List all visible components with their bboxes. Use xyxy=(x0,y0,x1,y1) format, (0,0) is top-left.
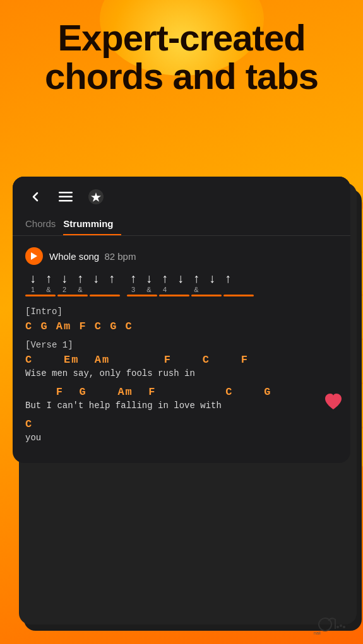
arrow-7 xyxy=(120,271,125,286)
beat-bar xyxy=(223,295,254,296)
verse1-label: [Verse 1] xyxy=(25,340,338,350)
play-button[interactable] xyxy=(25,247,43,265)
arrow-2: ↑ xyxy=(41,271,56,286)
arrow-5: ↓ xyxy=(88,271,104,286)
arrow-14: ↑ xyxy=(220,271,235,286)
arrow-8: ↑ xyxy=(126,271,141,286)
verse1-lyric-2: But I can't help falling in love with xyxy=(25,401,338,411)
verse1-chords-2: F G Am F C G xyxy=(25,386,338,398)
bpm-label: Whole song 82 bpm xyxy=(49,251,136,262)
beat-and-5 xyxy=(173,286,188,293)
verse1-lyric-3: you xyxy=(25,433,338,443)
beat-and-3 xyxy=(104,286,119,293)
beat-3 xyxy=(88,286,104,293)
hero-title: Expert-created chords and tabs xyxy=(13,19,350,96)
intro-chords: C G Am F C G C xyxy=(25,320,338,332)
favorite-button[interactable] xyxy=(86,187,106,207)
tab-strumming[interactable]: Strumming xyxy=(63,213,121,235)
beat-bar xyxy=(90,295,120,296)
verse1-chords-3: C xyxy=(25,418,338,430)
arrow-4: ↑ xyxy=(73,271,88,286)
beat-sp xyxy=(120,286,125,293)
heart-icon[interactable] xyxy=(323,391,344,415)
bottom-logo: nail xyxy=(312,613,350,638)
top-bar xyxy=(13,177,350,213)
menu-button[interactable] xyxy=(56,187,76,207)
svg-point-11 xyxy=(343,626,345,628)
svg-rect-5 xyxy=(59,200,73,202)
svg-point-9 xyxy=(336,626,339,628)
svg-rect-4 xyxy=(59,196,73,198)
arrow-9: ↓ xyxy=(141,271,157,286)
beat-bar xyxy=(57,295,88,296)
beat-and-6 xyxy=(205,286,220,293)
bpm-row: Whole song 82 bpm xyxy=(13,243,350,271)
beat-5: 4 xyxy=(157,286,172,293)
hero-section: Expert-created chords and tabs xyxy=(0,19,363,96)
beat-and-4: & xyxy=(141,286,157,293)
intro-label: [Intro] xyxy=(25,307,338,317)
arrow-13: ↓ xyxy=(205,271,220,286)
card-stack: Chords Strumming Whole song 82 bpm ↓ xyxy=(13,177,350,463)
beat-7 xyxy=(220,286,235,293)
arrow-1: ↓ xyxy=(25,271,40,286)
verse1-lyric-1: Wise men say, only fools rush in xyxy=(25,368,338,378)
beat-and-1: & xyxy=(41,286,56,293)
intro-section: [Intro] C G Am F C G C xyxy=(25,307,338,332)
arrow-10: ↑ xyxy=(157,271,172,286)
arrow-3: ↓ xyxy=(57,271,72,286)
main-card: Chords Strumming Whole song 82 bpm ↓ xyxy=(13,177,350,463)
arrow-11: ↓ xyxy=(173,271,188,286)
svg-rect-3 xyxy=(59,192,73,194)
tab-chords[interactable]: Chords xyxy=(25,213,63,235)
arrow-12: ↑ xyxy=(189,271,204,286)
verse1-chords-1: C Em Am F C F xyxy=(25,354,338,366)
verse1-section: [Verse 1] C Em Am F C F Wise men say, on… xyxy=(25,340,338,443)
beat-4: 3 xyxy=(126,286,141,293)
svg-marker-7 xyxy=(31,252,37,260)
beat-bar xyxy=(25,295,56,296)
beat-2: 2 xyxy=(57,286,72,293)
svg-text:nail: nail xyxy=(314,631,321,635)
strumming-pattern-area: ↓ ↑ ↓ ↑ ↓ ↑ ↑ ↓ ↑ ↓ ↑ ↓ ↑ xyxy=(13,271,350,307)
back-button[interactable] xyxy=(25,187,45,207)
beat-bar xyxy=(191,295,222,296)
beat-6: & xyxy=(189,286,204,293)
beat-1: 1 xyxy=(25,286,40,293)
beat-bar xyxy=(159,295,189,296)
beat-bar xyxy=(127,295,157,296)
svg-point-10 xyxy=(340,624,342,627)
beat-and-2: & xyxy=(73,286,88,293)
arrow-6: ↑ xyxy=(104,271,119,286)
song-content: [Intro] C G Am F C G C [Verse 1] C Em Am… xyxy=(13,307,350,443)
tabs-row: Chords Strumming xyxy=(13,213,350,236)
